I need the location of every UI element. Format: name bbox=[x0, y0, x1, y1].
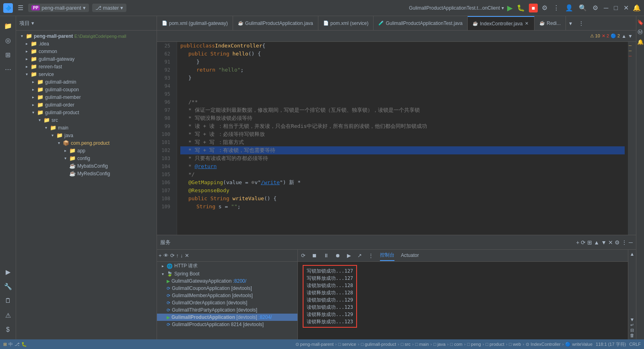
tab-gulimall-product-test[interactable]: 🧪 GulimallProductApplicationTest.java bbox=[374, 16, 468, 31]
panel-expand-button[interactable]: ⊞ bbox=[587, 239, 592, 246]
console-restart-btn[interactable]: ⟳ bbox=[301, 253, 305, 259]
build-button[interactable]: ⚙ bbox=[540, 3, 549, 12]
services-item-coupon[interactable]: ⟳ GulimallCouponApplication [devtools] bbox=[157, 285, 297, 292]
services-item-http[interactable]: 🌐 HTTP 请求 bbox=[157, 262, 297, 270]
hamburger-menu[interactable]: ☰ bbox=[16, 3, 25, 12]
tree-item-package[interactable]: 📦 com.peng.product bbox=[16, 139, 157, 147]
profile-button[interactable]: 👤 bbox=[564, 3, 575, 12]
editor-code[interactable]: public class IndexController { public St… bbox=[177, 42, 628, 235]
console-filter-btn[interactable]: ⊟ bbox=[630, 328, 634, 333]
tree-item-main[interactable]: 📁 main bbox=[16, 124, 157, 131]
tab-redis[interactable]: ☕ Redi... bbox=[535, 16, 566, 31]
tree-item-product[interactable]: 📁 gulimall-product bbox=[16, 109, 157, 116]
console-more-btn[interactable]: ⋮ bbox=[368, 253, 374, 259]
tree-item-order[interactable]: 📁 gulimall-order bbox=[16, 101, 157, 109]
services-item-member[interactable]: ⟳ GulimallMemberApplication [devtools] bbox=[157, 292, 297, 299]
services-item-product[interactable]: ▶ GulimallProductApplication [devtools] … bbox=[157, 314, 297, 321]
services-button[interactable]: 🔧 bbox=[2, 280, 14, 293]
services-item-gateway[interactable]: ▶ GulimallGatewayApplication :8200/ bbox=[157, 277, 297, 285]
panel-up-button[interactable]: ▲ bbox=[594, 239, 599, 246]
services-item-spring[interactable]: 🍃 Spring Boot bbox=[157, 270, 297, 277]
structure-button[interactable]: ⊞ bbox=[2, 48, 14, 61]
close-button[interactable]: ✕ bbox=[622, 3, 630, 12]
tree-item-app[interactable]: 📁 app bbox=[16, 147, 157, 154]
sidebar-title-dropdown-icon[interactable] bbox=[31, 20, 34, 26]
tab-more-button[interactable]: ▾ bbox=[566, 20, 575, 27]
services-item-third[interactable]: ⟳ GulimallThirdPartyApplication [devtool… bbox=[157, 306, 297, 314]
services-close-btn[interactable]: ✕ bbox=[185, 253, 189, 259]
tab-settings-button[interactable]: ⋮ bbox=[575, 20, 587, 27]
project-selector[interactable]: PP peng-mall-parent bbox=[28, 4, 89, 12]
console-tab-console[interactable]: 控制台 bbox=[380, 250, 394, 261]
plugins-button[interactable]: ⋯ bbox=[2, 63, 14, 76]
tab-index-controller[interactable]: ☕ IndexController.java ✕ bbox=[468, 16, 535, 31]
right-bar-structure[interactable]: Ⓜ bbox=[638, 29, 643, 36]
panel-down-button[interactable]: ▼ bbox=[601, 239, 607, 246]
panel-more-button[interactable]: ⋮ bbox=[621, 239, 627, 246]
run-config[interactable]: GulimallProductApplicationTest.t...onCli… bbox=[409, 5, 504, 11]
notification-button[interactable]: 🔔 bbox=[633, 4, 641, 12]
tree-item-common[interactable]: 📁 common bbox=[16, 47, 157, 55]
navigate-down-button[interactable]: ▼ bbox=[628, 33, 633, 39]
services-eye-btn[interactable]: 👁 bbox=[163, 253, 169, 259]
right-bar-notifications[interactable]: 🔔 bbox=[637, 39, 644, 45]
problems-button[interactable]: ⚠ bbox=[2, 309, 14, 322]
console-scroll-up[interactable]: ▲ bbox=[630, 251, 635, 257]
branch-selector[interactable]: ⎇ master bbox=[92, 4, 127, 12]
gutter-101: 101 bbox=[157, 138, 173, 146]
services-item-order[interactable]: ⟳ GulimallOrderApplication [devtools] bbox=[157, 299, 297, 306]
panel-add-button[interactable]: + bbox=[576, 239, 579, 246]
minimize-button[interactable]: ─ bbox=[602, 4, 610, 12]
tree-root[interactable]: 📁 peng-mall-parent E:\Data\gitCode\peng-… bbox=[16, 32, 157, 40]
tree-item-config[interactable]: 📁 config bbox=[16, 154, 157, 162]
tree-item-member[interactable]: 📁 gulimall-member bbox=[16, 93, 157, 101]
sidebar-toggle-button[interactable]: 📁 bbox=[2, 19, 14, 32]
panel-refresh-button[interactable]: ⟳ bbox=[581, 239, 586, 246]
panel-minimize-button[interactable]: ─ bbox=[629, 239, 633, 246]
vcs-button[interactable]: ◎ bbox=[2, 34, 14, 47]
tab-pom-gateway[interactable]: 📄 pom.xml (gulimall-gateway) bbox=[157, 16, 233, 31]
tree-item-admin[interactable]: 📁 gulimall-admin bbox=[16, 78, 157, 86]
tab-index-controller-close[interactable]: ✕ bbox=[524, 21, 529, 26]
services-up-btn[interactable]: ↑ bbox=[176, 253, 179, 259]
navigate-up-button[interactable]: ▲ bbox=[621, 33, 626, 39]
tree-item-src[interactable]: 📁 src bbox=[16, 116, 157, 124]
search-button[interactable]: 🔍 bbox=[577, 3, 588, 12]
tree-item-idea[interactable]: 📁 .idea bbox=[16, 40, 157, 47]
console-wrap-btn[interactable]: ↵ bbox=[630, 322, 634, 328]
services-refresh-btn[interactable]: ⟳ bbox=[170, 253, 175, 259]
more-button[interactable]: ⋮ bbox=[551, 3, 561, 12]
console-pause-btn[interactable]: ⏸ bbox=[324, 253, 329, 259]
right-bar-bookmark[interactable]: 🔖 bbox=[637, 19, 644, 25]
maximize-button[interactable]: □ bbox=[612, 4, 619, 12]
run-button[interactable]: ▶ bbox=[507, 4, 513, 12]
terminal-button[interactable]: $ bbox=[2, 323, 14, 336]
tree-item-java[interactable]: 📁 java bbox=[16, 131, 157, 139]
panel-settings-button[interactable]: ⚙ bbox=[615, 239, 620, 246]
stop-button[interactable]: ■ bbox=[529, 4, 538, 12]
console-tab-actuator[interactable]: Actuator bbox=[401, 251, 419, 261]
panel-close-button[interactable]: ✕ bbox=[608, 239, 613, 246]
tab-pom-service[interactable]: 📄 pom.xml (service) bbox=[318, 16, 374, 31]
settings-button[interactable]: ⚙ bbox=[591, 3, 600, 12]
run-tools-button[interactable]: ▶ bbox=[2, 265, 14, 278]
tree-item-coupon[interactable]: 📁 gulimall-coupon bbox=[16, 86, 157, 93]
console-stop-btn[interactable]: ⏹ bbox=[312, 253, 317, 259]
tree-item-service[interactable]: 📁 service bbox=[16, 70, 157, 78]
console-scroll-down[interactable]: ▼ bbox=[630, 317, 635, 322]
tree-item-mybatis[interactable]: ☕ MybatisConfig bbox=[16, 162, 157, 170]
services-down-btn[interactable]: ↓ bbox=[180, 253, 183, 259]
console-play-btn[interactable]: ▶ bbox=[347, 253, 351, 259]
console-record-btn[interactable]: ⏺ bbox=[335, 253, 341, 259]
debug-button[interactable]: 🐛 bbox=[515, 3, 526, 12]
breadcrumb-product: □ gulimall-product bbox=[361, 342, 396, 347]
tree-item-renren[interactable]: 📁 renren-fast bbox=[16, 63, 157, 70]
console-export-btn[interactable]: ↗ bbox=[357, 253, 362, 259]
services-item-product-8214[interactable]: ⟳ GulimallProductApplication 8214 [devto… bbox=[157, 321, 297, 328]
tree-item-redis-config[interactable]: ☕ MyRedisConfig bbox=[16, 170, 157, 177]
console-clear-btn[interactable]: 🗑 bbox=[630, 333, 634, 338]
event-log-button[interactable]: 🗒 bbox=[2, 294, 14, 307]
tab-gulimall-product-app[interactable]: ☕ GulimallProductApplication.java bbox=[233, 16, 318, 31]
services-add-btn[interactable]: + bbox=[159, 253, 162, 259]
tree-item-gateway[interactable]: 📁 gulimall-gateway bbox=[16, 55, 157, 63]
